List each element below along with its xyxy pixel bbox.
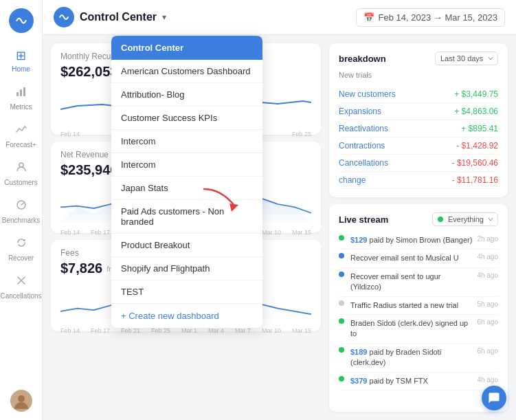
stream-time-3: 5h ago bbox=[477, 300, 498, 308]
net-revenue-value: $235,946 bbox=[60, 162, 117, 178]
dropdown-item-1[interactable]: Attribution- Blog bbox=[111, 83, 262, 107]
stream-dot-1 bbox=[339, 253, 344, 258]
arrow-indicator bbox=[201, 186, 242, 216]
sidebar-item-customers-label: Customers bbox=[4, 179, 37, 186]
livestream-header: Live stream Everything bbox=[339, 212, 498, 226]
breakdown-label-2: Reactivations bbox=[339, 124, 388, 133]
sidebar-logo[interactable] bbox=[9, 8, 34, 33]
stream-item-0: $129 paid by Simon Brown (Banger) 2h ago bbox=[339, 232, 498, 250]
dropdown-item-2[interactable]: Customer Success KPIs bbox=[111, 107, 262, 130]
breakdown-label-5: change bbox=[339, 175, 366, 185]
stream-text-6: $379 paid by TSM FTX bbox=[350, 376, 473, 386]
livestream-dot bbox=[438, 217, 443, 222]
breakdown-label-1: Expansions bbox=[339, 107, 381, 116]
stream-dot-3 bbox=[339, 300, 344, 306]
stream-text-3: Traffic Radius started a new trial bbox=[350, 300, 473, 311]
breakdown-row-4: Cancellations - $19,560.46 bbox=[339, 155, 498, 172]
sidebar-item-forecast-label: Forecast+ bbox=[5, 141, 36, 148]
breakdown-row-3: Contractions - $1,428.92 bbox=[339, 137, 498, 155]
dropdown-item-0[interactable]: American Customers Dashboard bbox=[111, 60, 262, 83]
breakdown-row-0: New customers + $3,449.75 bbox=[339, 86, 498, 103]
chat-button[interactable] bbox=[482, 386, 506, 410]
breakdown-value-5: - $11,781.16 bbox=[452, 175, 498, 185]
dropdown-item-7[interactable]: Product Breakout bbox=[111, 234, 262, 257]
dropdown-header: Control Center bbox=[111, 36, 262, 60]
svg-marker-7 bbox=[229, 203, 238, 212]
stream-text-1: Recover email sent to Musical U bbox=[350, 253, 473, 263]
header-dropdown-caret[interactable]: ▾ bbox=[162, 12, 166, 22]
stream-time-2: 4h ago bbox=[477, 272, 498, 279]
breakdown-row-2: Reactivations + $895.41 bbox=[339, 120, 498, 137]
breakdown-label-3: Contractions bbox=[339, 141, 385, 151]
stream-dot-2 bbox=[339, 272, 344, 277]
sidebar-item-forecast[interactable]: Forecast+ bbox=[3, 119, 40, 153]
svg-rect-2 bbox=[23, 87, 25, 96]
breakdown-value-3: - $1,428.92 bbox=[456, 141, 498, 151]
stream-text-4: Braden Sidoti (clerk.dev) signed up to bbox=[350, 318, 473, 340]
page-title: Control Center bbox=[80, 11, 157, 23]
dropdown-item-8[interactable]: Shopify and Flightpath bbox=[111, 257, 262, 280]
stream-item-5: $189 paid by Braden Sidoti (clerk.dev) 6… bbox=[339, 344, 498, 373]
metrics-icon bbox=[15, 85, 27, 101]
mrr-value: $262,053 bbox=[60, 64, 117, 80]
sidebar-item-home-label: Home bbox=[12, 65, 30, 73]
stream-dot-0 bbox=[339, 235, 344, 241]
forecast-icon bbox=[15, 123, 27, 139]
svg-rect-0 bbox=[16, 92, 19, 96]
breakdown-row-5: change - $11,781.16 bbox=[339, 172, 498, 189]
stream-time-6: 4h ago bbox=[477, 376, 498, 384]
stream-dot-4 bbox=[339, 318, 344, 324]
sidebar-item-recover-label: Recover bbox=[8, 254, 34, 262]
sidebar-item-metrics[interactable]: Metrics bbox=[3, 81, 40, 115]
svg-point-3 bbox=[19, 163, 23, 167]
sidebar-item-cancellations-label: Cancellations bbox=[0, 292, 41, 300]
livestream-title: Live stream bbox=[339, 214, 388, 225]
header: Control Center ▾ 📅 Feb 14, 2023 → Mar 15… bbox=[43, 0, 516, 35]
svg-point-6 bbox=[18, 395, 25, 402]
sidebar-item-recover[interactable]: Recover bbox=[3, 232, 40, 266]
dropdown-item-9[interactable]: TEST bbox=[111, 280, 262, 304]
sidebar-item-customers[interactable]: Customers bbox=[3, 157, 40, 190]
breakdown-value-4: - $19,560.46 bbox=[452, 158, 498, 168]
sidebar-item-metrics-label: Metrics bbox=[10, 103, 32, 111]
right-panel: breakdown Last 30 days New trials New cu… bbox=[329, 43, 508, 412]
livestream-card: Live stream Everything $129 paid by Simo… bbox=[329, 204, 508, 412]
livestream-filter-select[interactable]: Everything bbox=[432, 212, 498, 226]
sidebar-item-benchmarks-label: Benchmarks bbox=[2, 217, 41, 224]
breakdown-row-1: Expansions + $4,863.06 bbox=[339, 103, 498, 120]
dropdown-item-3[interactable]: Intercom bbox=[111, 130, 262, 153]
stream-item-6: $379 paid by TSM FTX 4h ago bbox=[339, 373, 498, 390]
recover-icon bbox=[15, 236, 27, 252]
sidebar: ⊞ Home Metrics Forecast+ Customers bbox=[0, 0, 43, 420]
stream-item-3: Traffic Radius started a new trial 5h ag… bbox=[339, 297, 498, 315]
breakdown-header: breakdown Last 30 days bbox=[339, 52, 498, 65]
sidebar-item-benchmarks[interactable]: Benchmarks bbox=[3, 195, 40, 228]
breakdown-title: breakdown bbox=[339, 54, 386, 64]
fees-value: $7,826 bbox=[60, 261, 102, 276]
home-icon: ⊞ bbox=[16, 48, 26, 63]
breakdown-period-select[interactable]: Last 30 days bbox=[435, 52, 498, 65]
stream-item-4: Braden Sidoti (clerk.dev) signed up to 6… bbox=[339, 315, 498, 344]
stream-text-2: Recover email sent to ugur (Yildizco) bbox=[350, 272, 473, 293]
breakdown-card: breakdown Last 30 days New trials New cu… bbox=[329, 43, 508, 197]
header-logo bbox=[54, 7, 74, 27]
stream-time-5: 6h ago bbox=[477, 347, 498, 355]
sidebar-item-home[interactable]: ⊞ Home bbox=[3, 44, 40, 77]
breakdown-subtitle: New trials bbox=[339, 71, 498, 79]
benchmarks-icon bbox=[15, 199, 27, 214]
create-dashboard-button[interactable]: + Create new dashboard bbox=[111, 304, 262, 328]
main-content: Control Center ▾ 📅 Feb 14, 2023 → Mar 15… bbox=[43, 0, 516, 420]
breakdown-value-0: + $3,449.75 bbox=[454, 89, 498, 99]
stream-text-5: $189 paid by Braden Sidoti (clerk.dev) bbox=[350, 347, 473, 368]
breakdown-value-1: + $4,863.06 bbox=[454, 107, 498, 116]
stream-text-0: $129 paid by Simon Brown (Banger) bbox=[350, 235, 473, 245]
avatar[interactable] bbox=[10, 390, 32, 412]
breakdown-label-4: Cancellations bbox=[339, 158, 388, 168]
stream-dot-5 bbox=[339, 347, 344, 353]
stream-item-1: Recover email sent to Musical U 4h ago bbox=[339, 250, 498, 267]
date-range-picker[interactable]: 📅 Feb 14, 2023 → Mar 15, 2023 bbox=[356, 8, 505, 27]
sidebar-item-cancellations[interactable]: Cancellations bbox=[3, 270, 40, 304]
stream-time-0: 2h ago bbox=[477, 235, 498, 243]
dropdown-item-4[interactable]: Intercom bbox=[111, 153, 262, 177]
breakdown-label-0: New customers bbox=[339, 89, 396, 99]
